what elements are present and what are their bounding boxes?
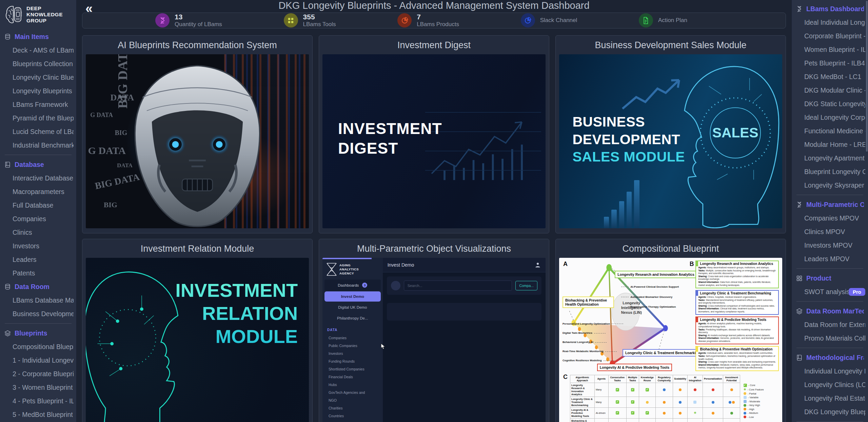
rating-cell-dot-blue [655, 383, 673, 397]
sidebar-section-main-items[interactable]: Main Items [0, 30, 76, 43]
sidebar-item-compositional-blueprint[interactable]: Compositional Blueprint [0, 340, 76, 353]
mini-data-section-label: DATA [322, 324, 383, 334]
sidebar-item-label: Promo Materials Collect... [804, 334, 865, 342]
grid-icon [796, 275, 803, 282]
sidebar-item-label: Longevity Clinic Bluepri... [13, 74, 74, 81]
sidebar-item-longevity-blueprints-hie[interactable]: Longevity Blueprints Hie... [0, 84, 76, 98]
sidebar-item-leaders[interactable]: Leaders [0, 253, 76, 266]
sidebar-item-longevity-apartment-l[interactable]: Longevity Apartment - L... [792, 151, 868, 165]
stat-value: 7 [417, 13, 459, 21]
sidebar-item-label: Longevity Skysraper - L... [804, 181, 865, 189]
stat-label: Action Plan [658, 17, 687, 24]
pie-icon [521, 13, 535, 27]
sidebar-item-label: 3 - Women Blueprint - I... [13, 384, 74, 391]
card-business-development-sales-module[interactable]: Business Development Sales Module BUSINE… [555, 35, 786, 234]
sidebar-section-database[interactable]: Database [0, 158, 76, 171]
sidebar-item-clinics-mpov[interactable]: Clinics MPOV [792, 225, 868, 238]
stat-slack-channel[interactable]: Slack Channel [521, 13, 577, 27]
sidebar-section-lbams-dashboards[interactable]: LBams Dashboards [792, 2, 868, 16]
sidebar-section-product[interactable]: Product [792, 271, 868, 285]
sidebar-item-companies[interactable]: Companies [0, 212, 76, 226]
sidebar-item-dkg-modular-clinic-lc2[interactable]: DKG Modular Clinic - LC2 [792, 83, 868, 97]
stat-action-plan[interactable]: Action Plan [639, 13, 687, 27]
sidebar-item-pyramid-of-the-blueprints[interactable]: Pyramid of the Blueprints [0, 111, 76, 125]
sidebar-item-business-development-s[interactable]: Business Development S... [0, 307, 76, 321]
sidebar-item-1-individual-longevity[interactable]: 1 - Individual Longevity ... [0, 353, 76, 367]
sidebar-item-swot-analysis[interactable]: SWOT analysisPro [792, 285, 868, 299]
card-ai-blueprints-recommendation-system[interactable]: AI Blueprints Recommendation System BIG … [82, 35, 313, 234]
sidebar-item-data-room-for-external[interactable]: Data Room for External ... [792, 318, 868, 331]
sidebar-item-blueprint-longevity-offi[interactable]: Blueprint Longevity Offi... [792, 165, 868, 178]
sidebar-item-2-corporate-blueprint[interactable]: 2 - Corporate Blueprint ... [0, 367, 76, 381]
dna-icon [155, 13, 170, 27]
sidebar-section-data-room[interactable]: Data Room [0, 280, 76, 293]
sidebar-item-individual-longevity-blu[interactable]: Individual Longevity Blu... [792, 364, 868, 378]
layers-icon [4, 330, 11, 337]
scrollbar-thumb[interactable] [866, 1, 868, 152]
sidebar-item-industrial-benchmark-go[interactable]: Industrial Benchmark Go... [0, 138, 76, 152]
sidebar-item-dkg-longevity-blueprint[interactable]: DKG Longevity Blueprint... [792, 405, 868, 419]
collapse-sidebar-button[interactable]: « [85, 2, 92, 15]
sidebar-item-lbams-database-materi[interactable]: LBams Database Materi... [0, 293, 76, 307]
sidebar-item-dkg-medbot-lc1[interactable]: DKG MedBot - LC1 [792, 70, 868, 83]
sidebar-item-macroparameters[interactable]: Macroparameters [0, 185, 76, 198]
sidebar-item-modular-home-lre1[interactable]: Modular Home - LRE1 [792, 138, 868, 151]
sidebar-item-deck-ams-of-lbams[interactable]: Deck - AMS of LBams [0, 43, 76, 57]
sidebar-item-longevity-clinics-lc-m[interactable]: Longevity Clinics (LC): M... [792, 378, 868, 391]
sidebar-item-3-women-blueprint-i[interactable]: 3 - Women Blueprint - I... [0, 381, 76, 394]
sidebar-item-investors-mpov[interactable]: Investors MPOV [792, 238, 868, 252]
legend-core: ✓- Core [744, 384, 779, 387]
info-box-line: Sharing: AI models exchange learned patt… [696, 334, 778, 337]
sidebar-section-blueprints[interactable]: Blueprints [0, 326, 76, 340]
avatar [391, 281, 400, 290]
sidebar-item-interactive-database-ass[interactable]: Interactive Database Ass... [0, 171, 76, 185]
table-region: C Algorithmic ApproachAgentsConsecutive … [563, 373, 779, 422]
sidebar-item-longevity-clinic-bluepri[interactable]: Longevity Clinic Bluepri... [0, 71, 76, 84]
sidebar-item-lbams-framework[interactable]: LBams Framework [0, 98, 76, 111]
sidebar-item-ideal-individual-longevit[interactable]: Ideal Individual Longevit... [792, 16, 868, 29]
card-compositional-blueprint[interactable]: Compositional Blueprint A [555, 239, 786, 422]
info-box-biohacking-preventive-health-optimization: Biohacking & Preventive Health Optimizat… [695, 346, 779, 371]
sidebar-section-label: Database [15, 161, 44, 169]
node-label-green: Longevity Research and Innovation Analyt… [615, 271, 697, 278]
sidebar-item-functional-medicine-lc5[interactable]: Functional Medicine - LC5 [792, 124, 868, 138]
sidebar-item-label: Industrial Benchmark Go... [13, 141, 74, 149]
sidebar-item-ideal-longevity-corpora[interactable]: Ideal Longevity Corpora... [792, 111, 868, 124]
sidebar-section-data-room-martech[interactable]: Data Room MarTech [792, 304, 868, 318]
sidebar-item-blueprints-collection[interactable]: Blueprints Collection [0, 57, 76, 71]
sidebar-item-pets-blueprint-ilb4[interactable]: Pets Blueprint - ILB4 [792, 56, 868, 70]
card-investment-relation-module[interactable]: Investment Relation Module INVESTMENT RE… [82, 239, 313, 422]
sidebar-item-longevity-real-estate-l[interactable]: Longevity Real Estate (L... [792, 391, 868, 405]
table-header: Consecutive Tasks [608, 375, 626, 383]
table-legend: ✓- Core✳- Core Feature- Partial- Variabl… [744, 375, 779, 422]
sidebar-item-longevity-skysraper-l[interactable]: Longevity Skysraper - L... [792, 178, 868, 192]
sidebar-item-label: Modular Home - LRE1 [804, 141, 865, 149]
sidebar-item-full-database[interactable]: Full Database [0, 198, 76, 212]
stat-text: 13Quantity of LBams [175, 13, 222, 28]
card-investment-digest[interactable]: Investment Digest INVESTME [319, 35, 549, 234]
sidebar-item-companies-mpov[interactable]: Companies MPOV [792, 211, 868, 225]
sidebar-section-multi-parametric-obje[interactable]: Multi-Parametric Obje... [792, 198, 868, 211]
rating-cell-dot-orange [687, 418, 703, 422]
mini-nav-label: Dashboards [338, 283, 359, 287]
card-multi-parametric-object-visualizations[interactable]: Multi-Parametric Object Visualizations A… [319, 239, 549, 422]
sidebar-item-5-medbot-blueprint-l[interactable]: 5 - MedBot Blueprint - L... [0, 408, 76, 421]
sidebar-item-label: Blueprint Longevity Offi... [804, 168, 865, 176]
sidebar-item-leaders-mpov[interactable]: Leaders MPOV [792, 252, 868, 266]
info-box-line: Agents: Individual users, wearable tech,… [696, 352, 778, 355]
info-box-line: Tasks: Predicting healthspan, disease ri… [696, 328, 778, 334]
sidebar-item-label: Leaders MPOV [804, 255, 849, 263]
annotation-cognitive-resilience-modeling: Cognitive Resilience Modeling [563, 359, 615, 362]
rating-cell-dot-blue [703, 397, 723, 407]
sidebar-item-investors[interactable]: Investors [0, 239, 76, 253]
sidebar-section-methodological-frame[interactable]: Methodological Frame... [792, 351, 868, 364]
sidebar-item-4-pets-blueprint-ilb4[interactable]: 4 - Pets Blueprint - ILB4 [0, 394, 76, 408]
book-icon [4, 161, 11, 168]
sidebar-item-patents[interactable]: Patents [0, 266, 76, 280]
sidebar-item-clinics[interactable]: Clinics [0, 226, 76, 239]
sidebar-item-dkg-static-longevity-cli[interactable]: DKG Static Longevity Cli... [792, 97, 868, 111]
sidebar-item-promo-materials-collect[interactable]: Promo Materials Collect... [792, 331, 868, 345]
sidebar-item-corporate-blueprint-il[interactable]: Corporate Blueprint - IL... [792, 29, 868, 43]
sidebar-item-lucid-scheme-of-lbams[interactable]: Lucid Scheme of LBams ... [0, 125, 76, 138]
sidebar-item-women-blueprint-ilb3[interactable]: Women Blueprint - ILB3 [792, 43, 868, 56]
